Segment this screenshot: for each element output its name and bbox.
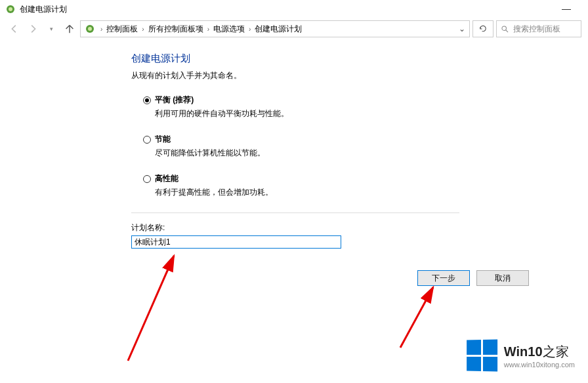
title-bar: 创建电源计划 —: [0, 0, 588, 18]
breadcrumb-item[interactable]: 创建电源计划: [253, 24, 303, 35]
minimize-button[interactable]: —: [562, 3, 571, 14]
plan-name-label: 计划名称:: [131, 222, 588, 233]
option-powersaver[interactable]: 节能 尽可能降低计算机性能以节能。: [143, 134, 588, 159]
refresh-button[interactable]: [472, 20, 494, 37]
button-row: 下一步 取消: [417, 270, 529, 286]
back-button[interactable]: [7, 21, 22, 37]
watermark-url: www.win10xitong.com: [504, 361, 575, 369]
svg-line-6: [128, 256, 174, 361]
forward-button[interactable]: [25, 21, 41, 37]
page-heading: 创建电源计划: [131, 52, 588, 65]
option-highperf[interactable]: 高性能 有利于提高性能，但会增加功耗。: [143, 173, 588, 198]
svg-line-5: [506, 30, 508, 31]
chevron-right-icon: ›: [140, 26, 145, 33]
cancel-button[interactable]: 取消: [476, 270, 529, 286]
breadcrumb-item[interactable]: 所有控制面板项: [147, 24, 205, 35]
option-description: 尽可能降低计算机性能以节能。: [155, 148, 588, 159]
search-icon: [501, 25, 509, 33]
next-button[interactable]: 下一步: [417, 270, 470, 286]
annotation-arrow: [112, 249, 190, 367]
radio-button[interactable]: [143, 136, 151, 144]
search-input[interactable]: 搜索控制面板: [496, 20, 581, 37]
nav-bar: ▾ › 控制面板 › 所有控制面板项 › 电源选项 › 创建电源计划 ⌄ 搜索控…: [0, 18, 588, 39]
up-button[interactable]: [62, 21, 77, 37]
content-area: 创建电源计划 从现有的计划入手并为其命名。 平衡 (推荐) 利用可用的硬件自动平…: [0, 39, 588, 249]
option-label: 平衡 (推荐): [155, 94, 194, 106]
watermark-brand: Win10之家: [504, 343, 575, 361]
plan-options: 平衡 (推荐) 利用可用的硬件自动平衡功耗与性能。 节能 尽可能降低计算机性能以…: [143, 94, 588, 198]
breadcrumb-item[interactable]: 电源选项: [212, 24, 246, 35]
app-icon: [5, 4, 16, 14]
radio-button[interactable]: [143, 175, 151, 183]
divider: [131, 212, 459, 213]
control-panel-icon: [85, 24, 95, 34]
address-dropdown[interactable]: ⌄: [459, 24, 465, 33]
chevron-right-icon: ›: [99, 26, 104, 33]
chevron-right-icon: ›: [247, 26, 252, 33]
svg-point-1: [9, 7, 12, 11]
search-placeholder: 搜索控制面板: [513, 24, 560, 35]
option-label: 节能: [155, 134, 171, 145]
watermark: Win10之家 www.win10xitong.com: [466, 340, 575, 371]
recent-dropdown[interactable]: ▾: [43, 21, 59, 37]
option-description: 有利于提高性能，但会增加功耗。: [155, 187, 588, 198]
plan-name-input[interactable]: [131, 235, 341, 249]
svg-point-4: [502, 26, 507, 30]
plan-name-section: 计划名称:: [131, 222, 588, 249]
breadcrumb-item[interactable]: 控制面板: [105, 24, 139, 35]
window-title: 创建电源计划: [20, 4, 67, 15]
annotation-arrow: [387, 282, 453, 361]
option-label: 高性能: [155, 173, 178, 184]
option-description: 利用可用的硬件自动平衡功耗与性能。: [155, 108, 588, 119]
page-subheading: 从现有的计划入手并为其命名。: [131, 70, 588, 81]
chevron-right-icon: ›: [206, 26, 211, 33]
windows-logo-icon: [467, 339, 497, 371]
svg-point-3: [88, 27, 92, 31]
svg-line-7: [400, 287, 433, 348]
breadcrumb[interactable]: › 控制面板 › 所有控制面板项 › 电源选项 › 创建电源计划 ⌄: [80, 20, 470, 37]
option-balanced[interactable]: 平衡 (推荐) 利用可用的硬件自动平衡功耗与性能。: [143, 94, 588, 119]
radio-button[interactable]: [143, 96, 151, 104]
